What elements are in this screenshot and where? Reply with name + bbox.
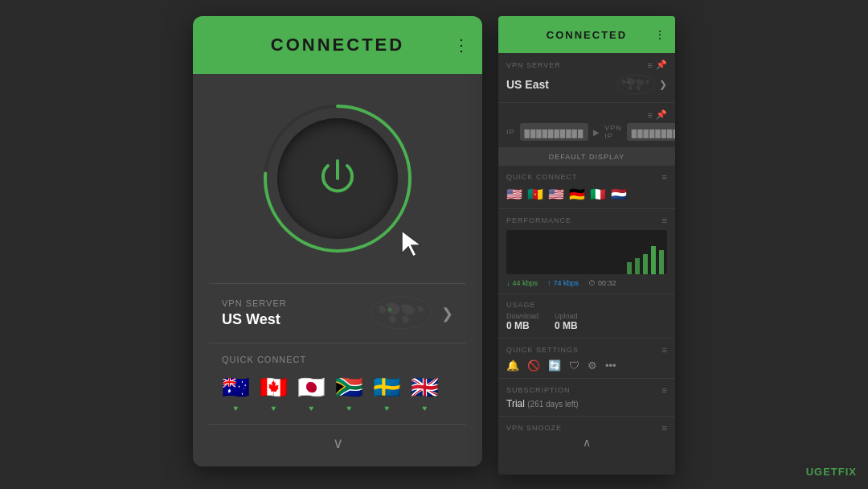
power-button[interactable] [257,98,418,259]
phone-menu-icon[interactable]: ⋮ [453,35,469,55]
ip-label: IP [506,128,515,136]
d-server-arrow: ❯ [659,79,667,90]
flag-gb: 🇬🇧 [411,374,439,401]
svg-point-5 [617,75,654,94]
d-perf-menu-icon[interactable]: ≡ [662,216,667,225]
d-flag-de[interactable]: 🇩🇪 [569,187,585,202]
sub-type: Trial [506,398,525,409]
d-perf-label: PERFORMANCE [506,216,571,224]
vpn-server-section[interactable]: VPN SERVER US West [209,283,466,343]
ip-value: ██████████ [525,129,584,138]
phone-panel: CONNECTED ⋮ [193,16,482,466]
d-hamburger-icon[interactable]: ≡ [648,60,653,70]
sub-days: (261 days left) [527,400,578,409]
scroll-down[interactable]: ∨ [209,424,466,462]
ip-pin-icon[interactable]: 📌 [656,109,667,120]
d-server-name: US East [506,78,549,91]
ip-section: ≡ 📌 IP ██████████ ▶ VPN IP █████████ [498,103,675,148]
qs-bell-icon[interactable]: 🔔 [506,360,519,372]
d-perf-header: PERFORMANCE ≡ [506,216,667,225]
desktop-menu-icon[interactable]: ⋮ [654,28,665,41]
d-sub-label: SUBSCRIPTION [506,386,571,394]
perf-chart-svg [506,230,667,274]
ip-play-icon[interactable]: ▶ [593,128,600,137]
flag-item-gb[interactable]: 🇬🇧 ♥ [411,374,439,413]
phone-header: CONNECTED ⋮ [193,16,482,74]
heart-au: ♥ [234,404,239,413]
usage-download-label: Download [506,312,538,320]
qs-icons-row: 🔔 🚫 🔄 🛡 ⚙ ••• [506,360,667,372]
d-world-map [616,73,656,96]
vpn-server-right: ❯ [369,295,453,331]
qs-refresh-icon[interactable]: 🔄 [548,360,561,372]
quick-connect-section: QUICK CONNECT 🇦🇺 ♥ 🇨🇦 ♥ 🇯🇵 ♥ [209,343,466,424]
main-container: CONNECTED ⋮ [0,0,868,489]
usage-upload-value: 0 MB [555,320,578,331]
world-map-mini [369,295,433,331]
power-icon [313,154,362,203]
d-qc-label: QUICK CONNECT [506,173,578,181]
d-flag-it[interactable]: 🇮🇹 [590,187,606,202]
svg-rect-10 [651,246,656,274]
heart-za: ♥ [347,404,352,413]
d-usage-header: USAGE [506,301,667,309]
usage-download-value: 0 MB [506,320,538,331]
power-inner [277,118,398,239]
heart-gb: ♥ [423,404,428,413]
d-qc-menu-icon[interactable]: ≡ [662,172,667,182]
d-qs-menu-icon[interactable]: ≡ [662,345,667,355]
qs-shield-icon[interactable]: 🛡 [569,360,579,372]
clock-icon: ⏱ [588,279,596,287]
d-qs-header: QUICK SETTINGS ≡ [506,345,667,355]
quick-connect-label: QUICK CONNECT [222,355,453,364]
usage-upload-label: Upload [555,312,578,320]
d-flag-nl[interactable]: 🇳🇱 [611,187,627,202]
flag-item-ca[interactable]: 🇨🇦 ♥ [260,374,288,413]
qs-gear-icon[interactable]: ⚙ [588,360,597,372]
d-vpn-server-content[interactable]: US East ❯ [506,73,667,96]
heart-jp: ♥ [309,404,314,413]
snooze-expand-icon[interactable]: ∧ [506,436,667,449]
ip-hamburger-icon[interactable]: ≡ [648,110,653,120]
flag-item-se[interactable]: 🇸🇪 ♥ [373,374,401,413]
desktop-header: CONNECTED ⋮ [498,16,675,53]
performance-chart [506,230,667,274]
desktop-connected-status: CONNECTED [547,29,627,41]
svg-point-6 [628,81,630,84]
d-performance-section: PERFORMANCE ≡ [498,209,675,294]
d-usage-section: USAGE Download 0 MB Upload 0 MB [498,294,675,339]
chevron-down-icon: ∨ [333,434,343,452]
default-display-bar: DEFAULT DISPLAY [498,148,675,166]
d-sub-menu-icon[interactable]: ≡ [662,385,667,395]
svg-point-3 [371,297,432,329]
qs-more-icon[interactable]: ••• [605,360,616,372]
d-usage-label: USAGE [506,301,536,309]
d-pin-icon[interactable]: 📌 [656,60,667,70]
d-snooze-header: VPN SNOOZE ≡ [506,423,667,433]
flag-item-au[interactable]: 🇦🇺 ♥ [222,374,250,413]
d-flag-us2[interactable]: 🇺🇸 [548,187,564,202]
svg-rect-8 [635,258,640,274]
d-flag-us1[interactable]: 🇺🇸 [506,187,522,202]
watermark: UGETFIX [806,466,857,478]
svg-rect-11 [659,250,664,274]
flag-item-jp[interactable]: 🇯🇵 ♥ [297,374,326,413]
sub-value: Trial (261 days left) [506,398,667,409]
svg-point-4 [388,308,392,312]
vpn-server-arrow: ❯ [441,305,453,323]
vpn-ip-value: █████████ [632,129,675,138]
d-qc-flag-row: 🇺🇸 🇨🇲 🇺🇸 🇩🇪 🇮🇹 🇳🇱 [506,187,667,202]
d-server-right: ❯ [616,73,667,96]
perf-time-value: 00:32 [598,279,616,287]
d-flag-cm[interactable]: 🇨🇲 [527,187,543,202]
d-qc-header: QUICK CONNECT ≡ [506,172,667,182]
desktop-panel: CONNECTED ⋮ VPN SERVER ≡ 📌 US East [498,16,675,475]
usage-download: Download 0 MB [506,312,538,331]
flag-item-za[interactable]: 🇿🇦 ♥ [335,374,363,413]
d-snooze-menu-icon[interactable]: ≡ [662,423,667,433]
flag-au: 🇦🇺 [222,374,250,401]
perf-time-stat: ⏱ 00:32 [588,279,616,287]
qs-block-icon[interactable]: 🚫 [527,360,540,372]
flag-jp: 🇯🇵 [297,374,326,401]
d-vpn-server-header: VPN SERVER ≡ 📌 [506,60,667,70]
